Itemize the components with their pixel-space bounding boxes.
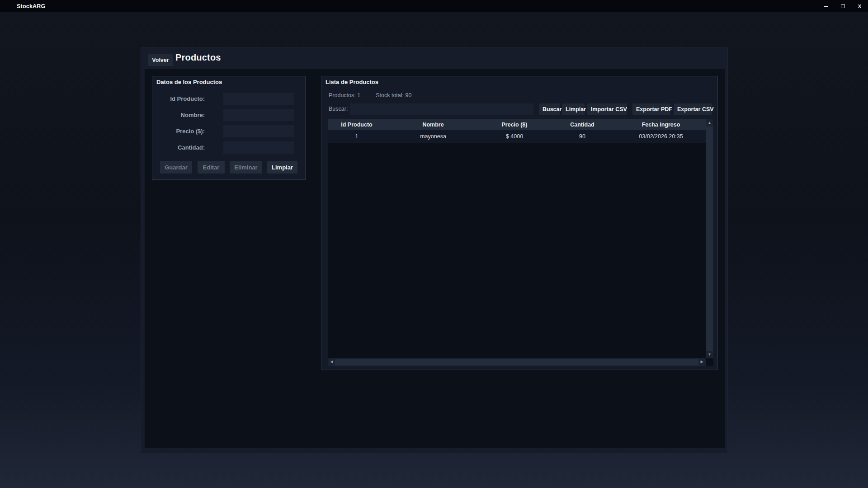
form-panel-title: Datos de los Productos <box>156 79 222 85</box>
maximize-icon <box>841 4 845 8</box>
scroll-right-icon[interactable]: ▶ <box>698 358 706 366</box>
id-producto-input[interactable] <box>223 93 294 105</box>
importar-csv-button[interactable]: Importar CSV <box>587 103 627 115</box>
horizontal-scrollbar-thumb[interactable] <box>335 359 698 366</box>
stock-total: Stock total: 90 <box>376 92 411 99</box>
main-window: Volver Productos Datos de los Productos … <box>141 47 728 453</box>
col-header-precio[interactable]: Precio ($) <box>481 119 548 130</box>
cell-cantidad: 90 <box>548 130 616 143</box>
cell-id: 1 <box>328 130 386 143</box>
scroll-left-icon[interactable]: ◀ <box>328 358 335 366</box>
scroll-up-icon[interactable]: ▲ <box>706 119 713 127</box>
guardar-button[interactable]: Guardar <box>160 161 192 174</box>
exportar-pdf-button[interactable]: Exportar PDF <box>632 103 670 115</box>
form-panel: Datos de los Productos Id Producto: Nomb… <box>152 76 306 180</box>
stats-row: Productos: 1 Stock total: 90 <box>329 92 411 99</box>
field-row-nombre: Nombre: <box>152 109 305 121</box>
page-title: Productos <box>175 52 221 63</box>
editar-button[interactable]: Editar <box>198 161 225 174</box>
vertical-scrollbar-thumb[interactable] <box>706 127 713 351</box>
maximize-button[interactable] <box>835 0 851 12</box>
col-header-id[interactable]: Id Producto <box>328 119 386 130</box>
buscar-button[interactable]: Buscar <box>539 103 560 115</box>
cantidad-label: Cantidad: <box>178 144 205 151</box>
cell-fecha: 03/02/2026 20:35 <box>616 130 706 143</box>
horizontal-scrollbar[interactable]: ◀ ▶ <box>328 358 706 366</box>
search-input[interactable] <box>350 103 533 115</box>
search-row: Buscar: Buscar Limpiar Importar CSV Expo… <box>321 103 717 115</box>
precio-label: Precio ($): <box>176 128 205 135</box>
precio-input[interactable] <box>223 125 294 137</box>
form-buttons: Guardar Editar Eliminar Limpiar <box>152 161 305 174</box>
table-header-row: Id Producto Nombre Precio ($) Cantidad F… <box>328 119 706 130</box>
titlebar: StockARG X <box>0 0 868 12</box>
products-table: Id Producto Nombre Precio ($) Cantidad F… <box>328 119 713 366</box>
cantidad-input[interactable] <box>223 141 294 154</box>
col-header-cantidad[interactable]: Cantidad <box>548 119 616 130</box>
volver-button[interactable]: Volver <box>148 54 173 66</box>
list-panel: Lista de Productos Productos: 1 Stock to… <box>321 76 718 370</box>
minimize-button[interactable] <box>818 0 835 12</box>
cell-precio: $ 4000 <box>481 130 548 143</box>
nombre-input[interactable] <box>223 109 294 121</box>
eliminar-button[interactable]: Eliminar <box>230 161 262 174</box>
nombre-label: Nombre: <box>181 112 205 118</box>
table-scroll-area: Id Producto Nombre Precio ($) Cantidad F… <box>328 119 706 358</box>
exportar-csv-button[interactable]: Exportar CSV <box>674 103 712 115</box>
id-producto-label: Id Producto: <box>170 95 205 102</box>
field-row-precio: Precio ($): <box>152 125 305 137</box>
window-controls: X <box>818 0 868 12</box>
close-icon: X <box>858 4 861 9</box>
close-button[interactable]: X <box>851 0 868 12</box>
cell-nombre: mayonesa <box>386 130 481 143</box>
list-panel-title: Lista de Productos <box>326 79 378 85</box>
col-header-nombre[interactable]: Nombre <box>386 119 481 130</box>
products-count: Productos: 1 <box>329 92 360 99</box>
buscar-label: Buscar: <box>329 106 348 112</box>
app-title: StockARG <box>17 3 45 9</box>
col-header-fecha[interactable]: Fecha ingreso <box>616 119 706 130</box>
limpiar-button[interactable]: Limpiar <box>267 161 297 174</box>
vertical-scrollbar[interactable]: ▲ ▼ <box>706 119 713 358</box>
minimize-icon <box>824 6 828 7</box>
scroll-down-icon[interactable]: ▼ <box>706 351 713 358</box>
table-row[interactable]: 1 mayonesa $ 4000 90 03/02/2026 20:35 <box>328 130 706 143</box>
limpiar-search-button[interactable]: Limpiar <box>562 103 585 115</box>
field-row-cantidad: Cantidad: <box>152 141 305 154</box>
field-row-id: Id Producto: <box>152 93 305 105</box>
content-area: Datos de los Productos Id Producto: Nomb… <box>145 69 725 448</box>
